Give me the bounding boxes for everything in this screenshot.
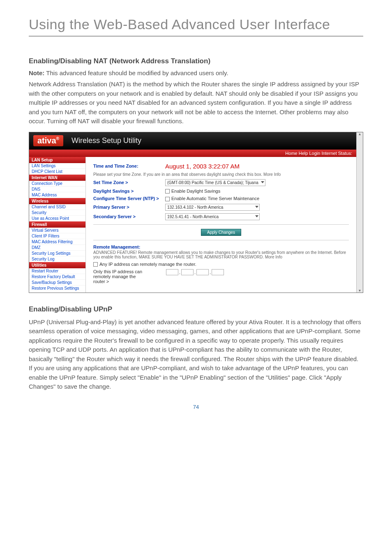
scrollbar[interactable]: ▲ ▼ <box>356 132 363 293</box>
sidebar-item[interactable]: MAC Address Filtering <box>29 239 85 245</box>
ntp-label: Enable Automatic Time Server Maintenance <box>171 196 259 201</box>
daylight-checkbox[interactable] <box>165 189 170 194</box>
ss-main: Time and Time Zone: August 1, 2003 3:22:… <box>86 157 356 293</box>
sidebar-item[interactable]: LAN Settings <box>29 163 85 169</box>
ss-linksbar: Home Help Login Internet Status: <box>29 150 356 157</box>
row-label: Daylight Savings > <box>93 189 165 194</box>
row-label: Configure Time Server (NTP) > <box>93 196 165 201</box>
sidebar-head: Utilities <box>29 262 85 268</box>
brand-logo: ativa® <box>33 135 63 146</box>
sidebar-item[interactable]: Security Log Settings <box>29 251 85 256</box>
tz-desc: Please set your time Zone. If you are in… <box>93 172 349 177</box>
note-text: This advanced feature should be modified… <box>44 69 228 76</box>
ip-octet-2[interactable] <box>181 269 194 275</box>
sidebar-item[interactable]: Use as Access Point <box>29 216 85 221</box>
divider <box>93 240 349 240</box>
remote-desc: ADVANCED FEATURE! Remote management allo… <box>93 250 349 259</box>
ss-topbar: ativa® Wireless Setup Utility <box>29 132 356 150</box>
secondary-server-select[interactable]: 192.5.41.41 - North America <box>165 213 260 220</box>
sidebar-head: Firewall <box>29 221 85 228</box>
upnp-heading: Enabling/Disabling UPnP <box>29 305 363 313</box>
scroll-down-icon[interactable]: ▼ <box>358 289 362 293</box>
remote-mgmt-heading: Remote Management: <box>93 244 349 249</box>
ip-octet-4[interactable] <box>212 269 224 275</box>
sidebar-item[interactable]: Security Log <box>29 256 85 262</box>
ntp-checkbox[interactable] <box>165 197 170 201</box>
ip-octet-1[interactable] <box>166 269 178 275</box>
router-ui-screenshot: ativa® Wireless Setup Utility Home Help … <box>29 132 363 293</box>
sidebar-item[interactable]: Restart Router <box>29 268 85 274</box>
timezone-select[interactable]: (GMT-08:00) Pacific Time (US & Canada); … <box>165 179 265 186</box>
tz-link[interactable]: Time and Time Zone: <box>93 164 165 168</box>
sidebar-item[interactable]: Security <box>29 210 85 216</box>
nat-note: Note: This advanced feature should be mo… <box>29 69 363 76</box>
sidebar-item[interactable]: Restore Previous Settings <box>29 286 85 291</box>
sidebar-item[interactable]: Channel and SSID <box>29 204 85 210</box>
daylight-label: Enable Daylight Savings <box>171 189 220 194</box>
sidebar-head: Wireless <box>29 198 85 204</box>
ss-sidebar: LAN Setup LAN Settings DHCP Client List … <box>29 157 86 293</box>
upnp-body: UPnP (Universal Plug-and-Play) is yet an… <box>29 318 363 392</box>
row-label: Secondary Server > <box>93 214 165 219</box>
sidebar-item[interactable]: MAC Address <box>29 192 85 198</box>
sidebar-item[interactable]: Restore Factory Default <box>29 274 85 280</box>
divider <box>93 224 349 225</box>
sidebar-item[interactable]: Client IP Filters <box>29 233 85 239</box>
apply-changes-button[interactable]: Apply Changes <box>201 229 241 236</box>
ss-app-title: Wireless Setup Utility <box>71 136 141 145</box>
sidebar-head: Internet WAN <box>29 175 85 181</box>
primary-server-select[interactable]: 132.163.4.102 - North America <box>165 204 260 211</box>
remote-any-ip-label: Any IP address can remotely manage the r… <box>99 262 196 267</box>
nat-body: Network Address Translation (NAT) is the… <box>29 80 363 126</box>
page-number: 74 <box>29 404 363 410</box>
sidebar-item[interactable]: Save/Backup Settings <box>29 280 85 286</box>
sidebar-head: LAN Setup <box>29 157 85 163</box>
tz-value: August 1, 2003 3:22:07 AM <box>165 163 349 170</box>
sidebar-item[interactable]: Virtual Servers <box>29 228 85 233</box>
scroll-up-icon[interactable]: ▲ <box>358 132 362 136</box>
sidebar-item[interactable]: Connection Type <box>29 181 85 187</box>
page-title: Using the Web-Based Advanced User Interf… <box>29 16 363 37</box>
sidebar-item[interactable]: DNS <box>29 187 85 192</box>
remote-any-ip-checkbox[interactable] <box>93 262 98 267</box>
remote-only-ip-label: Only this IP address can remotely manage… <box>93 269 165 284</box>
nat-heading: Enabling/Disabling NAT (Network Address … <box>29 57 363 65</box>
note-label: Note: <box>29 69 44 76</box>
row-label: Primary Server > <box>93 205 165 210</box>
row-label: Set Time Zone > <box>93 180 165 185</box>
sidebar-item[interactable]: DMZ <box>29 245 85 251</box>
sidebar-item[interactable]: DHCP Client List <box>29 169 85 175</box>
ip-octet-3[interactable] <box>196 269 209 275</box>
